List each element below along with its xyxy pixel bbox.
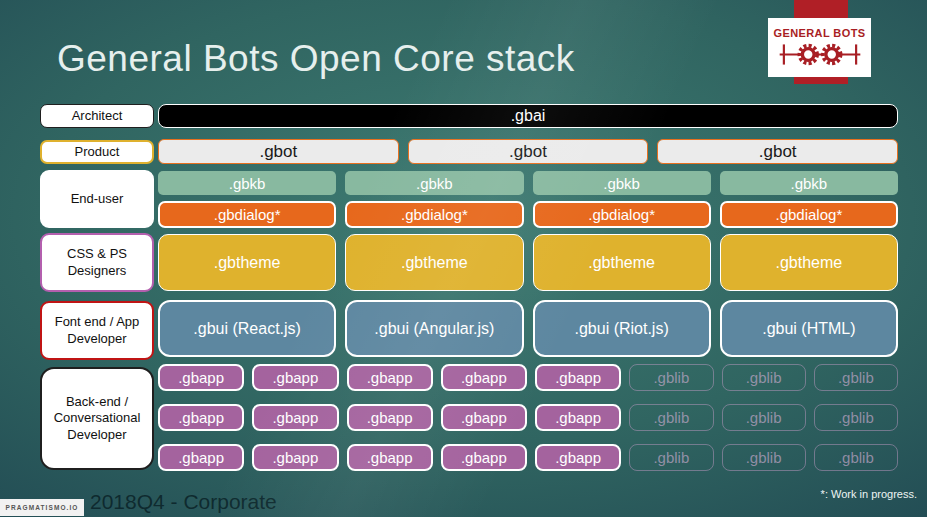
role-label-architect: Architect bbox=[40, 104, 154, 128]
gbapp-box: .gbapp bbox=[535, 444, 621, 471]
gblib-box: .gblib bbox=[722, 444, 806, 471]
gbai-box: .gbai bbox=[158, 104, 898, 128]
gblib-box: .gblib bbox=[629, 444, 713, 471]
row-gbui: .gbui (React.js) .gbui (Angular.js) .gbu… bbox=[158, 300, 898, 357]
page-title: General Bots Open Core stack bbox=[57, 38, 575, 80]
gblib-box: .gblib bbox=[629, 404, 713, 431]
gbapp-box: .gbapp bbox=[535, 364, 621, 391]
role-label-product: Product bbox=[40, 140, 154, 164]
gbdialog-box: .gbdialog* bbox=[345, 201, 523, 228]
row-gbtheme: .gbtheme .gbtheme .gbtheme .gbtheme bbox=[158, 234, 898, 291]
slide-footer-label: 2018Q4 - Corporate bbox=[90, 490, 277, 514]
gbkb-box: .gbkb bbox=[158, 171, 336, 195]
gblib-box: .gblib bbox=[629, 364, 713, 391]
gbot-box: .gbot bbox=[657, 139, 898, 164]
gbkb-box: .gbkb bbox=[720, 171, 898, 195]
gbtheme-box: .gbtheme bbox=[158, 234, 336, 291]
gbapp-box: .gbapp bbox=[347, 364, 433, 391]
gbot-box: .gbot bbox=[408, 139, 649, 164]
gbapp-box: .gbapp bbox=[441, 364, 527, 391]
role-label-back-end-conversational-developer: Back-end / Conversational Developer bbox=[40, 367, 154, 470]
gblib-box: .gblib bbox=[814, 364, 898, 391]
gbui-riot-box: .gbui (Riot.js) bbox=[533, 300, 711, 357]
gbapp-box: .gbapp bbox=[252, 364, 338, 391]
row-gbot: .gbot .gbot .gbot bbox=[158, 139, 898, 164]
gblib-box: .gblib bbox=[814, 444, 898, 471]
slide-canvas: General Bots Open Core stack GENERAL BOT… bbox=[0, 0, 927, 517]
gblib-box: .gblib bbox=[722, 364, 806, 391]
gblib-box: .gblib bbox=[722, 404, 806, 431]
gbui-react-box: .gbui (React.js) bbox=[158, 300, 336, 357]
gbot-box: .gbot bbox=[158, 139, 399, 164]
gbkb-box: .gbkb bbox=[533, 171, 711, 195]
work-in-progress-footnote: *: Work in progress. bbox=[821, 488, 917, 500]
row-gbapp-1: .gbapp .gbapp .gbapp .gbapp .gbapp .gbli… bbox=[158, 364, 898, 391]
gbtheme-box: .gbtheme bbox=[345, 234, 523, 291]
gbkb-box: .gbkb bbox=[345, 171, 523, 195]
gbapp-box: .gbapp bbox=[441, 404, 527, 431]
gear-left bbox=[799, 45, 817, 63]
gbapp-box: .gbapp bbox=[158, 444, 244, 471]
gbui-html-box: .gbui (HTML) bbox=[720, 300, 898, 357]
general-bots-logo: GENERAL BOTS bbox=[768, 18, 871, 77]
gbdialog-box: .gbdialog* bbox=[720, 201, 898, 228]
gear-right bbox=[822, 45, 840, 63]
gbapp-box: .gbapp bbox=[158, 404, 244, 431]
row-gbapp-2: .gbapp .gbapp .gbapp .gbapp .gbapp .gbli… bbox=[158, 404, 898, 431]
logo-brand-text: GENERAL BOTS bbox=[774, 27, 866, 39]
gbapp-box: .gbapp bbox=[252, 404, 338, 431]
row-gbapp-3: .gbapp .gbapp .gbapp .gbapp .gbapp .gbli… bbox=[158, 444, 898, 471]
gbapp-box: .gbapp bbox=[158, 364, 244, 391]
gbdialog-box: .gbdialog* bbox=[158, 201, 336, 228]
row-gbdialog: .gbdialog* .gbdialog* .gbdialog* .gbdial… bbox=[158, 201, 898, 228]
role-label-front-end-app-developer: Font end / App Developer bbox=[40, 301, 154, 360]
role-label-css-ps-designers: CSS & PS Designers bbox=[40, 233, 154, 292]
gbtheme-box: .gbtheme bbox=[720, 234, 898, 291]
gbapp-box: .gbapp bbox=[252, 444, 338, 471]
gbui-angular-box: .gbui (Angular.js) bbox=[345, 300, 523, 357]
gbapp-box: .gbapp bbox=[347, 444, 433, 471]
gbapp-box: .gbapp bbox=[347, 404, 433, 431]
gears-icon bbox=[778, 40, 862, 69]
gbapp-box: .gbapp bbox=[535, 404, 621, 431]
gbapp-box: .gbapp bbox=[441, 444, 527, 471]
pragmatismo-watermark: PRAGMATISMO.IO bbox=[0, 499, 84, 516]
row-gbai: .gbai bbox=[158, 104, 898, 128]
gblib-box: .gblib bbox=[814, 404, 898, 431]
gbdialog-box: .gbdialog* bbox=[533, 201, 711, 228]
gbtheme-box: .gbtheme bbox=[533, 234, 711, 291]
role-label-end-user: End-user bbox=[40, 170, 154, 228]
row-gbkb: .gbkb .gbkb .gbkb .gbkb bbox=[158, 171, 898, 195]
